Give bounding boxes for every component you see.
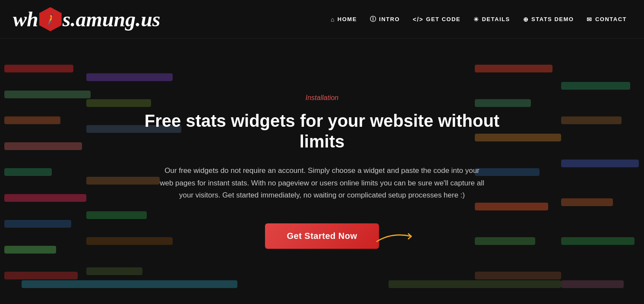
nav-icon-home: ⌂	[331, 16, 335, 23]
nav-item-stats-demo[interactable]: ⊕STATS DEMO	[523, 16, 574, 23]
logo-text-after: s.amung.us	[63, 7, 161, 31]
main-heading: Free stats widgets for your website with…	[128, 110, 516, 152]
nav-label-stats-demo: STATS DEMO	[531, 16, 574, 22]
nav-label-get-code: GET CODE	[426, 16, 461, 22]
nav-link-details[interactable]: ✳DETAILS	[474, 16, 510, 23]
nav-link-contact[interactable]: ✉CONTACT	[587, 16, 627, 23]
nav-label-home: HOME	[338, 16, 357, 22]
nav-label-contact: CONTACT	[595, 16, 627, 22]
nav-icon-stats-demo: ⊕	[523, 16, 529, 23]
nav-label-details: DETAILS	[482, 16, 510, 22]
nav-icon-get-code: </>	[413, 16, 423, 23]
nav-link-stats-demo[interactable]: ⊕STATS DEMO	[523, 16, 574, 23]
nav-label-intro: INTRO	[379, 16, 400, 22]
nav-item-get-code[interactable]: </>GET CODE	[413, 16, 461, 23]
logo: wh s.amung.us	[13, 7, 161, 31]
nav-link-intro[interactable]: ⓘINTRO	[370, 16, 400, 23]
nav-link-get-code[interactable]: </>GET CODE	[413, 16, 461, 23]
navbar: wh s.amung.us ⌂HOMEⓘINTRO</>GET CODE✳DET…	[0, 0, 644, 39]
nav-item-home[interactable]: ⌂HOME	[331, 16, 357, 23]
main-description: Our free widgets do not require an accou…	[158, 165, 486, 202]
nav-item-contact[interactable]: ✉CONTACT	[587, 16, 627, 23]
nav-item-intro[interactable]: ⓘINTRO	[370, 16, 400, 23]
logo-hex-icon	[39, 7, 62, 31]
nav-link-home[interactable]: ⌂HOME	[331, 16, 357, 23]
logo-text-before: wh	[13, 7, 38, 31]
nav-item-details[interactable]: ✳DETAILS	[474, 16, 510, 23]
section-label: Installation	[306, 94, 339, 102]
hero-section: Installation Free stats widgets for your…	[0, 39, 644, 304]
nav-links: ⌂HOMEⓘINTRO</>GET CODE✳DETAILS⊕STATS DEM…	[331, 16, 627, 23]
arrow-icon	[375, 228, 422, 245]
nav-icon-contact: ✉	[587, 16, 593, 23]
get-started-button[interactable]: Get Started Now	[265, 223, 379, 249]
cta-wrapper: Get Started Now	[265, 223, 379, 249]
nav-icon-details: ✳	[474, 16, 480, 23]
nav-icon-intro: ⓘ	[370, 16, 377, 23]
